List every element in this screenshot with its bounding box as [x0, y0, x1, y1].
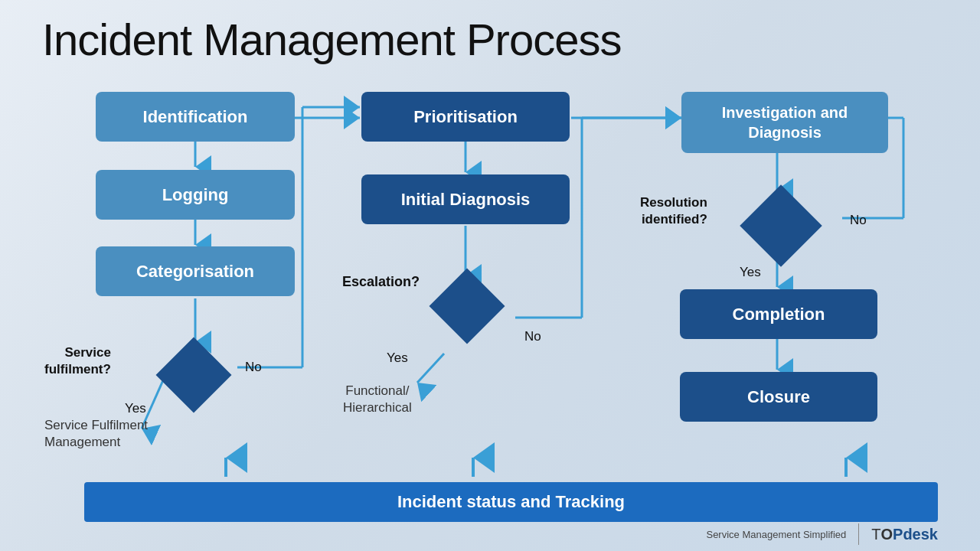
- box-categorisation: Categorisation: [96, 246, 295, 296]
- bottom-bar: Incident status and Tracking: [84, 482, 938, 522]
- box-investigation: Investigation and Diagnosis: [681, 92, 888, 153]
- svg-line-14: [417, 354, 444, 383]
- label-res-no: No: [850, 213, 867, 228]
- box-initial-diagnosis: Initial Diagnosis: [361, 174, 570, 224]
- page-title: Incident Management Process: [42, 14, 621, 65]
- branding: Service Management Simplified TOPdesk: [706, 523, 938, 545]
- label-sf-yes: Yes: [125, 401, 146, 416]
- diamond-service-fulfilment: [159, 341, 228, 409]
- label-esc-no: No: [524, 329, 541, 344]
- box-logging: Logging: [96, 170, 295, 220]
- box-completion: Completion: [680, 289, 877, 339]
- branding-separator: [858, 523, 859, 545]
- label-esc-yes: Yes: [387, 350, 408, 366]
- box-closure: Closure: [680, 372, 877, 422]
- label-resolution: Resolutionidentified?: [640, 194, 707, 228]
- label-escalation: Escalation?: [342, 274, 420, 290]
- diamond-escalation: [433, 272, 501, 341]
- fh-label: Functional/Hierarchical: [343, 383, 412, 416]
- box-prioritisation: Prioritisation: [361, 92, 570, 142]
- label-sf-no: No: [245, 360, 262, 375]
- branding-tagline: Service Management Simplified: [706, 529, 846, 540]
- diamond-resolution: [743, 187, 819, 264]
- label-res-yes: Yes: [740, 265, 761, 280]
- box-identification: Identification: [96, 92, 295, 142]
- label-service-fulfilment: Servicefulfilment?: [44, 344, 111, 378]
- branding-logo: TOPdesk: [871, 526, 938, 543]
- sfm-label: Service FulfilmentManagement: [44, 417, 148, 451]
